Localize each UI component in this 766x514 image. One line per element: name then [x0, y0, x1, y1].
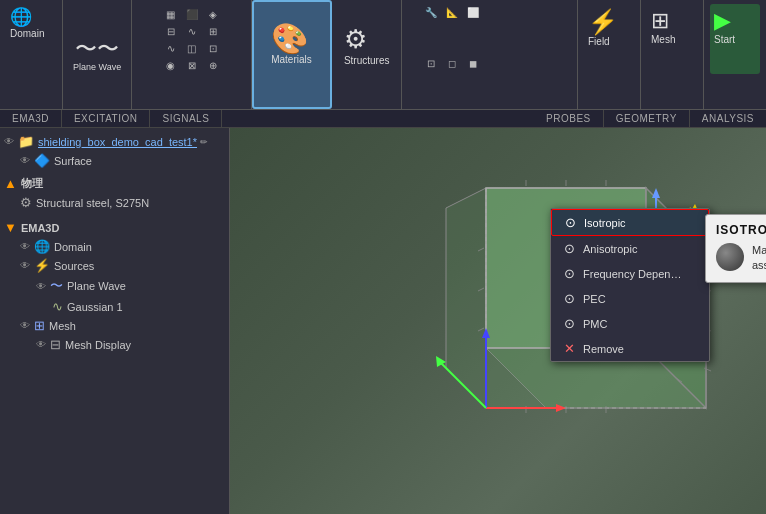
eye-icon-mesh[interactable]: 👁: [20, 320, 30, 331]
domain-icon: 🌐: [10, 8, 52, 26]
dropdown-item-pec[interactable]: ⊙ PEC: [551, 286, 709, 311]
edit-icon[interactable]: ✏: [200, 137, 208, 147]
structural-label: Structural steel, S275N: [36, 197, 149, 209]
materials-button[interactable]: 🎨 Materials: [267, 20, 317, 90]
header-analysis[interactable]: Analysis: [690, 110, 766, 127]
remove-label: Remove: [583, 343, 624, 355]
mesh-node-label: Mesh: [49, 320, 76, 332]
extra-icon-3[interactable]: ⬜: [463, 4, 483, 20]
header-geometry[interactable]: Geometry: [604, 110, 690, 127]
pec-icon: ⊙: [561, 291, 577, 306]
start-icon: ▶: [714, 8, 756, 34]
structural-icon: ⚙: [20, 195, 32, 210]
ema3d-label: EMA3D: [21, 222, 60, 234]
toolbar-materials-section: 🎨 Materials: [252, 0, 332, 109]
toolbar-extra-section: 🔧 📐 ⬜ ⊡ ◻ ◼: [402, 0, 502, 109]
plane-wave-node-label: Plane Wave: [67, 280, 126, 292]
sig-icon-2[interactable]: ⬛: [182, 6, 202, 22]
extra-icon-4[interactable]: ⊡: [421, 55, 441, 71]
start-button[interactable]: ▶ Start: [710, 4, 760, 74]
field-section: ⚡ Field: [578, 0, 641, 109]
extra-icon-5[interactable]: ◻: [442, 55, 462, 71]
sources-label: Sources: [54, 260, 94, 272]
tree-item-root-file[interactable]: 👁 📁 shielding_box_demo_cad_test1* ✏: [0, 132, 229, 151]
domain-button[interactable]: 🌐 Domain: [6, 4, 56, 105]
domain-label: Domain: [10, 28, 44, 39]
tree-item-structural-steel[interactable]: ⚙ Structural steel, S275N: [0, 193, 229, 212]
dropdown-item-freq-depend[interactable]: ⊙ Frequency Depen…: [551, 261, 709, 286]
dropdown-item-remove[interactable]: ✕ Remove: [551, 336, 709, 361]
sig-icon-7[interactable]: ∿: [161, 40, 181, 56]
tree-item-domain[interactable]: 👁 🌐 Domain: [0, 237, 229, 256]
extra-icon-1[interactable]: 🔧: [421, 4, 441, 20]
plane-wave-button[interactable]: 〜〜 Plane Wave: [69, 36, 125, 74]
isotropic-label: Isotropic: [584, 217, 626, 229]
ema3d-triangle-icon: ▼: [4, 220, 17, 235]
extra-icon-2[interactable]: 📐: [442, 4, 462, 20]
left-panel: 👁 📁 shielding_box_demo_cad_test1* ✏ 👁 🔷 …: [0, 128, 230, 514]
plane-wave-node-icon: 〜: [50, 277, 63, 295]
sig-icon-3[interactable]: ◈: [203, 6, 223, 22]
viewport[interactable]: ⊙ Isotropic ⊙ Anisotropic ⊙ Frequency De…: [230, 128, 766, 514]
toolbar-signals-section: ▦ ⬛ ◈ ⊟ ∿ ⊞ ∿ ◫ ⊡ ◉ ⊠ ⊕: [132, 0, 252, 109]
header-probes[interactable]: Probes: [534, 110, 604, 127]
plane-wave-icon: 〜〜: [75, 38, 119, 60]
sig-icon-4[interactable]: ⊟: [161, 23, 181, 39]
freq-depend-icon: ⊙: [561, 266, 577, 281]
section-header-row: EMA3D Excitation Signals Probes Geometry…: [0, 110, 766, 128]
gaussian-label: Gaussian 1: [67, 301, 123, 313]
header-signals[interactable]: Signals: [150, 110, 222, 127]
sig-icon-11[interactable]: ⊠: [182, 57, 202, 73]
sig-icon-6[interactable]: ⊞: [203, 23, 223, 39]
extra-icon-6[interactable]: ◼: [463, 55, 483, 71]
anisotropic-label: Anisotropic: [583, 243, 637, 255]
dropdown-item-isotropic[interactable]: ⊙ Isotropic: [551, 209, 709, 236]
toolbar-ema3d-section: 🌐 Domain: [0, 0, 63, 109]
tree-item-surface[interactable]: 👁 🔷 Surface: [0, 151, 229, 170]
structures-button[interactable]: ⚙ Structures: [340, 20, 394, 90]
eye-icon-sources[interactable]: 👁: [20, 260, 30, 271]
mesh-label: Mesh: [651, 34, 675, 45]
tree-item-plane-wave[interactable]: 👁 〜 Plane Wave: [0, 275, 229, 297]
sig-icon-1[interactable]: ▦: [161, 6, 181, 22]
tree-item-mesh-display[interactable]: 👁 ⊟ Mesh Display: [0, 335, 229, 354]
eye-icon-surface[interactable]: 👁: [20, 155, 30, 166]
freq-depend-label: Frequency Depen…: [583, 268, 681, 280]
sig-icon-5[interactable]: ∿: [182, 23, 202, 39]
tree-item-mesh[interactable]: 👁 ⊞ Mesh: [0, 316, 229, 335]
sources-icon: ⚡: [34, 258, 50, 273]
anisotropic-icon: ⊙: [561, 241, 577, 256]
toolbar-right-section: ⚡ Field ⊞ Mesh ▶ Start: [577, 0, 766, 109]
dropdown-item-anisotropic[interactable]: ⊙ Anisotropic: [551, 236, 709, 261]
field-icon: ⚡: [588, 8, 630, 36]
materials-icon: 🎨: [271, 24, 313, 54]
tree-item-physics[interactable]: ▲ 物理: [0, 170, 229, 193]
domain-node-icon: 🌐: [34, 239, 50, 254]
structures-label: Structures: [344, 55, 390, 66]
mesh-display-icon: ⊟: [50, 337, 61, 352]
main-toolbar: 🌐 Domain 〜〜 Plane Wave ▦ ⬛ ◈ ⊟ ∿ ⊞ ∿ ◫: [0, 0, 766, 110]
header-excitation[interactable]: Excitation: [62, 110, 151, 127]
gaussian-icon: ∿: [52, 299, 63, 314]
mesh-button[interactable]: ⊞ Mesh: [647, 4, 697, 74]
sig-icon-10[interactable]: ◉: [161, 57, 181, 73]
eye-icon-domain[interactable]: 👁: [20, 241, 30, 252]
mesh-node-icon: ⊞: [34, 318, 45, 333]
tree-item-gaussian[interactable]: ∿ Gaussian 1: [0, 297, 229, 316]
eye-icon-root[interactable]: 👁: [4, 136, 14, 147]
sig-icon-8[interactable]: ◫: [182, 40, 202, 56]
header-ema3d[interactable]: EMA3D: [0, 110, 62, 127]
eye-icon-mesh-display[interactable]: 👁: [36, 339, 46, 350]
dropdown-item-pmc[interactable]: ⊙ PMC: [551, 311, 709, 336]
isotropic-icon: ⊙: [562, 215, 578, 230]
tree-item-ema3d-root[interactable]: ▼ EMA3D: [0, 212, 229, 237]
tooltip-description: Manage isotropic material assignments.: [752, 243, 766, 274]
materials-label: Materials: [271, 54, 312, 65]
sig-icon-12[interactable]: ⊕: [203, 57, 223, 73]
sig-icon-9[interactable]: ⊡: [203, 40, 223, 56]
remove-icon: ✕: [561, 341, 577, 356]
physics-triangle-icon: ▲: [4, 176, 17, 191]
field-button[interactable]: ⚡ Field: [584, 4, 634, 74]
eye-icon-plane-wave[interactable]: 👁: [36, 281, 46, 292]
tree-item-sources[interactable]: 👁 ⚡ Sources: [0, 256, 229, 275]
